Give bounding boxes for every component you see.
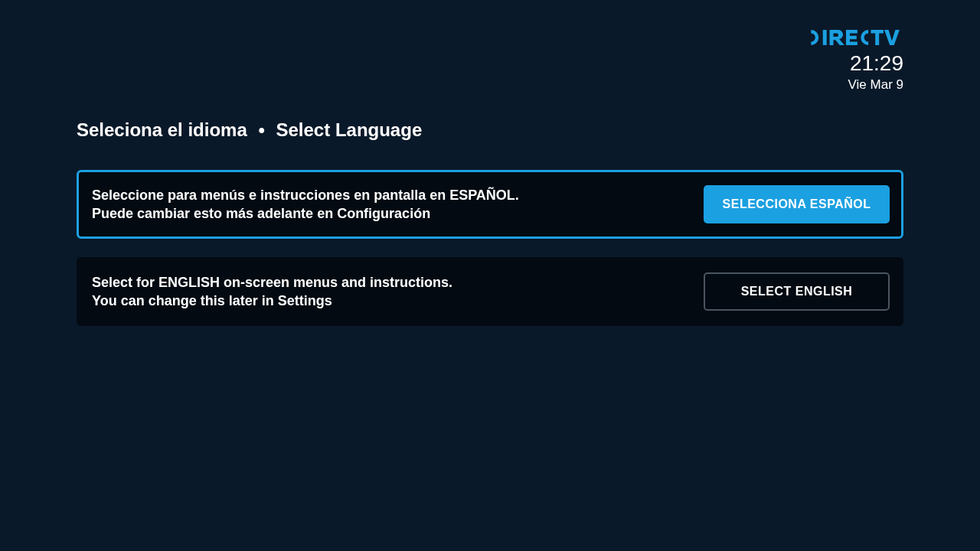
option-line2-english: You can change this later in Settings [92, 292, 704, 310]
svg-rect-0 [823, 30, 827, 45]
language-option-spanish[interactable]: Seleccione para menús e instrucciones en… [77, 170, 903, 239]
header: 21:29 Vie Mar 9 [805, 29, 903, 93]
option-line1-spanish: Seleccione para menús e instrucciones en… [92, 186, 704, 204]
main-content: Seleciona el idioma • Select Language Se… [77, 119, 903, 344]
title-en: Select Language [276, 119, 423, 140]
clock-date: Vie Mar 9 [805, 77, 903, 93]
option-line1-english: Select for ENGLISH on-screen menus and i… [92, 273, 704, 292]
title-es: Seleciona el idioma [77, 119, 247, 140]
option-line2-spanish: Puede cambiar esto más adelante en Confi… [92, 204, 704, 223]
option-text-spanish: Seleccione para menús e instrucciones en… [92, 186, 704, 223]
clock-time: 21:29 [805, 52, 903, 76]
select-english-button[interactable]: SELECT ENGLISH [704, 272, 890, 311]
option-text-english: Select for ENGLISH on-screen menus and i… [92, 273, 704, 311]
select-spanish-button[interactable]: SELECCIONA ESPAÑOL [704, 185, 890, 223]
directv-logo [805, 29, 903, 49]
language-option-english[interactable]: Select for ENGLISH on-screen menus and i… [77, 257, 903, 326]
page-title: Seleciona el idioma • Select Language [77, 119, 903, 141]
title-separator: • [253, 119, 270, 140]
